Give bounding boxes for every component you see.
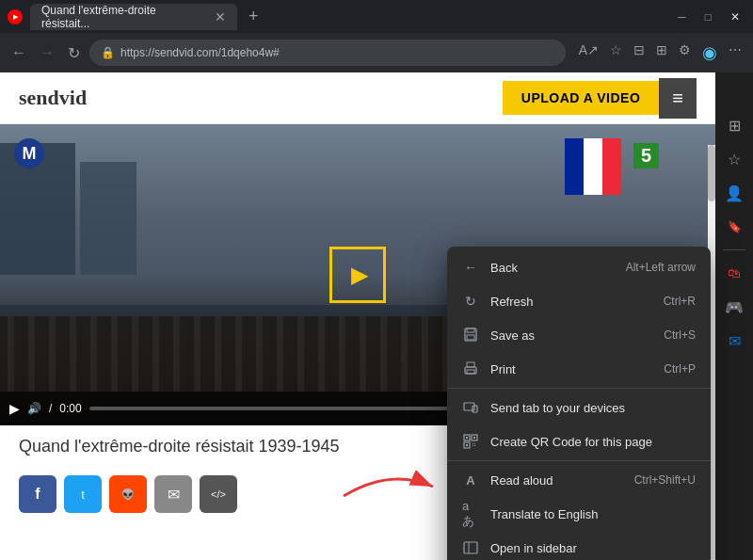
upload-button[interactable]: UPLOAD A VIDEO [503,81,660,115]
menu-divider-1 [447,388,711,389]
scrollbar-thumb[interactable] [708,145,715,201]
reader-mode-icon[interactable]: A↗ [575,39,602,67]
save-icon [462,327,479,344]
window-controls: ─ □ ✕ [672,8,745,25]
url-display: https://sendvid.com/1dqeho4w# [120,46,280,59]
translate-label: Translate to English [490,507,696,521]
tab-title: Quand l'extrême-droite résistait... [41,4,205,30]
edge-divider [723,249,745,250]
address-bar: ← → ↻ 🔒 https://sendvid.com/1dqeho4w# A↗… [0,33,753,72]
context-menu-send-tab[interactable]: Send tab to your devices [447,391,711,424]
qr-label: Create QR Code for this page [490,435,696,449]
edge-games-icon[interactable]: 🎮 [719,292,749,322]
edge-history-icon[interactable]: 🔖 [719,212,749,242]
email-share-button[interactable]: ✉ [154,475,192,513]
add-icon[interactable]: ⊞ [652,39,671,67]
context-menu-save-as[interactable]: Save as Ctrl+S [447,318,711,352]
svg-rect-15 [473,443,473,444]
svg-rect-5 [467,362,474,367]
context-menu-refresh[interactable]: ↻ Refresh Ctrl+R [447,284,711,318]
tab-close-button[interactable]: ✕ [215,9,226,24]
play-button[interactable]: ▶ [329,247,386,303]
reddit-share-button[interactable]: 👽 [109,475,147,513]
forward-button[interactable]: → [36,40,58,65]
back-icon: ← [462,259,479,276]
content-area: sendvid UPLOAD A VIDEO ≡ M [0,72,753,560]
close-button[interactable]: ✕ [725,8,745,25]
context-menu-qr[interactable]: Create QR Code for this page [447,424,711,458]
refresh-button[interactable]: ↻ [64,40,84,66]
play-icon: ▶ [351,262,368,288]
minimize-button[interactable]: ─ [672,8,692,25]
address-input[interactable]: 🔒 https://sendvid.com/1dqeho4w# [89,40,566,66]
channel-badge: 5 [633,143,659,168]
edge-favorites-icon[interactable]: ☆ [719,144,749,174]
read-aloud-label: Read aloud [490,473,623,488]
qr-icon [462,433,479,450]
context-menu-back[interactable]: ← Back Alt+Left arrow [447,250,711,284]
edge-profile-icon[interactable]: 👤 [719,178,749,208]
volume-icon[interactable]: 🔊 [27,402,41,415]
edge-home-icon[interactable]: ⊞ [719,110,749,140]
svg-rect-14 [466,444,468,446]
sidebar-label: Open in sidebar [490,541,696,555]
svg-rect-19 [464,542,477,553]
play-pause-button[interactable]: ▶ [9,401,20,416]
split-view-icon[interactable]: ⊟ [630,39,649,67]
edge-sidebar: ⊞ ☆ 👤 🔖 🛍 🎮 ✉ + ⚙ [715,72,753,560]
time-separator: / [49,402,52,415]
save-as-shortcut: Ctrl+S [664,328,696,342]
edge-outlook-icon[interactable]: ✉ [719,326,749,356]
refresh-shortcut: Ctrl+R [664,295,696,308]
browser-tab[interactable]: Quand l'extrême-droite résistait... ✕ [30,4,237,30]
svg-rect-18 [474,445,475,446]
send-tab-icon [462,399,479,416]
svg-rect-6 [467,370,474,374]
profile-icon[interactable]: ◉ [698,39,721,67]
translate-icon: aあ [462,505,479,522]
back-shortcut: Alt+Left arrow [626,261,696,274]
extensions-icon[interactable]: ⚙ [675,39,695,67]
facebook-share-button[interactable]: f [19,475,56,513]
sidebar-icon [462,539,479,556]
read-aloud-shortcut: Ctrl+Shift+U [634,473,696,487]
title-bar: Quand l'extrême-droite résistait... ✕ + … [0,0,753,33]
refresh-icon: ↻ [462,293,479,310]
print-shortcut: Ctrl+P [664,362,696,376]
context-menu-translate[interactable]: aあ Translate to English [447,497,711,531]
svg-rect-13 [473,437,475,439]
svg-rect-2 [467,328,474,332]
svg-rect-3 [467,335,474,340]
site-logo: sendvid [19,86,87,110]
current-time: 0:00 [59,402,81,415]
toolbar-icons: A↗ ☆ ⊟ ⊞ ⚙ ◉ ⋯ [575,39,745,67]
print-icon [462,360,479,377]
twitter-share-button[interactable]: t [64,475,102,513]
context-menu-sidebar[interactable]: Open in sidebar [447,531,711,560]
menu-divider-2 [447,460,711,461]
back-button[interactable]: ← [8,40,30,65]
back-label: Back [490,261,615,275]
new-tab-button[interactable]: + [245,7,263,26]
browser-window: Quand l'extrême-droite résistait... ✕ + … [0,0,753,560]
context-menu-read-aloud[interactable]: A Read aloud Ctrl+Shift+U [447,463,711,497]
read-aloud-icon: A [462,472,479,488]
svg-rect-17 [473,445,473,446]
embed-button[interactable]: </> [200,475,237,513]
tab-favicon [8,9,23,24]
context-menu-print[interactable]: Print Ctrl+P [447,352,711,386]
favorites-icon[interactable]: ☆ [606,39,626,67]
more-options-icon[interactable]: ⋯ [725,39,745,67]
send-tab-label: Send tab to your devices [490,401,696,415]
svg-rect-16 [474,443,475,444]
maximize-button[interactable]: □ [699,8,717,25]
refresh-label: Refresh [490,295,652,309]
red-arrow [334,458,447,505]
save-as-label: Save as [490,328,652,343]
svg-rect-12 [466,437,468,439]
hamburger-menu-button[interactable]: ≡ [659,78,697,119]
context-menu: ← Back Alt+Left arrow ↻ Refresh Ctrl+R S… [447,247,711,560]
edge-shop-icon[interactable]: 🛍 [719,258,749,288]
site-header: sendvid UPLOAD A VIDEO ≡ [0,72,715,124]
metro-sign: M [14,138,44,168]
